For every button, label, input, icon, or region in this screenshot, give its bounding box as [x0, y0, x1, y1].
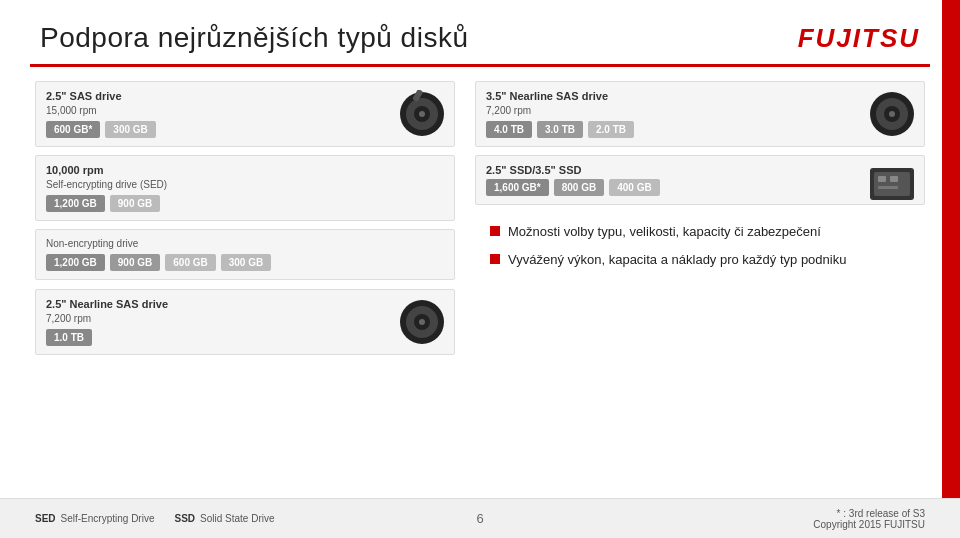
lower-right	[475, 289, 925, 363]
bullets-section: Možnosti volby typu, velikosti, kapacity…	[475, 213, 925, 289]
svg-rect-12	[890, 176, 898, 182]
ssd-icon	[868, 164, 916, 212]
bullet-icon-2	[490, 254, 500, 264]
nearline-25-subtitle: 7,200 rpm	[46, 313, 444, 324]
sed-10k-title: 10,000 rpm	[46, 164, 444, 176]
non-encrypting-subtitle: Non-encrypting drive	[46, 238, 444, 249]
nearline-35-title: 3.5" Nearline SAS drive	[486, 90, 914, 102]
footnote: * : 3rd release of S3	[813, 508, 925, 519]
right-panel: 3.5" Nearline SAS drive 7,200 rpm 4.0 TB…	[475, 81, 925, 289]
sas-25-section: 2.5" SAS drive 15,000 rpm 600 GB* 300 GB	[35, 81, 455, 147]
copyright: Copyright 2015 FUJITSU	[813, 519, 925, 530]
ssd-section: 2.5" SSD/3.5" SSD 1,600 GB* 800 GB 400 G…	[475, 155, 925, 205]
right-accent-bar	[942, 0, 960, 538]
main-content: 2.5" SAS drive 15,000 rpm 600 GB* 300 GB	[0, 67, 960, 289]
sed-section: 10,000 rpm Self-encrypting drive (SED) 1…	[35, 155, 455, 221]
svg-point-3	[419, 111, 425, 117]
bullet-text-1: Možnosti volby typu, velikosti, kapacity…	[508, 223, 821, 241]
bullet-text-2: Vyvážený výkon, kapacita a náklady pro k…	[508, 251, 846, 269]
cap-badge: 400 GB	[609, 179, 659, 196]
hdd-icon-3	[398, 298, 446, 346]
bottom-bar: SED Self-Encrypting Drive SSD Solid Stat…	[0, 498, 960, 538]
cap-badge: 2.0 TB	[588, 121, 634, 138]
abbr-sed-key: SED	[35, 513, 56, 524]
left-panel: 2.5" SAS drive 15,000 rpm 600 GB* 300 GB	[35, 81, 455, 289]
abbr-ssd: SSD Solid State Drive	[174, 513, 274, 524]
ssd-title: 2.5" SSD/3.5" SSD	[486, 164, 914, 176]
cap-badge: 900 GB	[110, 195, 160, 212]
page-title: Podpora nejrůznějších typů disků	[40, 22, 468, 54]
header: Podpora nejrůznějších typů disků FUJITSU	[0, 0, 960, 64]
cap-badge: 300 GB	[221, 254, 271, 271]
svg-rect-10	[874, 172, 910, 196]
cap-badge: 800 GB	[554, 179, 604, 196]
cap-badge: 1,200 GB	[46, 254, 105, 271]
abbr-ssd-value: Solid State Drive	[200, 513, 274, 524]
fujitsu-logo: FUJITSU	[798, 23, 920, 54]
abbr-sed-value: Self-Encrypting Drive	[61, 513, 155, 524]
lower-area: 2.5" Nearline SAS drive 7,200 rpm 1.0 TB	[0, 289, 960, 363]
page-number: 6	[476, 511, 483, 526]
bullet-item-1: Možnosti volby typu, velikosti, kapacity…	[490, 223, 910, 241]
nearline-25-section: 2.5" Nearline SAS drive 7,200 rpm 1.0 TB	[35, 289, 455, 355]
sas-25-capacities: 600 GB* 300 GB	[46, 121, 444, 138]
lower-left: 2.5" Nearline SAS drive 7,200 rpm 1.0 TB	[35, 289, 455, 363]
cap-badge: 1,600 GB*	[486, 179, 549, 196]
non-encrypting-section: Non-encrypting drive 1,200 GB 900 GB 600…	[35, 229, 455, 280]
svg-rect-11	[878, 176, 886, 182]
cap-badge: 3.0 TB	[537, 121, 583, 138]
slide: Podpora nejrůznějších typů disků FUJITSU…	[0, 0, 960, 538]
cap-badge: 300 GB	[105, 121, 155, 138]
sas-25-subtitle: 15,000 rpm	[46, 105, 444, 116]
nearline-35-subtitle: 7,200 rpm	[486, 105, 914, 116]
sed-capacities: 1,200 GB 900 GB	[46, 195, 444, 212]
cap-badge: 900 GB	[110, 254, 160, 271]
cap-badge: 600 GB*	[46, 121, 100, 138]
abbr-sed: SED Self-Encrypting Drive	[35, 513, 154, 524]
ssd-capacities: 1,600 GB* 800 GB 400 GB	[486, 179, 914, 196]
hdd-icon-1	[398, 90, 446, 138]
abbr-ssd-key: SSD	[174, 513, 195, 524]
bottom-right-info: * : 3rd release of S3 Copyright 2015 FUJ…	[813, 508, 925, 530]
nearline-35-capacities: 4.0 TB 3.0 TB 2.0 TB	[486, 121, 914, 138]
sed-subtitle: Self-encrypting drive (SED)	[46, 179, 444, 190]
bullet-icon-1	[490, 226, 500, 236]
bullet-item-2: Vyvážený výkon, kapacita a náklady pro k…	[490, 251, 910, 269]
hdd-icon-2	[868, 90, 916, 138]
cap-badge: 1.0 TB	[46, 329, 92, 346]
svg-point-8	[889, 111, 895, 117]
cap-badge: 600 GB	[165, 254, 215, 271]
svg-point-17	[419, 319, 425, 325]
sas-25-title: 2.5" SAS drive	[46, 90, 444, 102]
nearline-25-capacities: 1.0 TB	[46, 329, 444, 346]
bottom-left: SED Self-Encrypting Drive SSD Solid Stat…	[35, 513, 275, 524]
nearline-25-title: 2.5" Nearline SAS drive	[46, 298, 444, 310]
nearline-35-section: 3.5" Nearline SAS drive 7,200 rpm 4.0 TB…	[475, 81, 925, 147]
non-encrypting-capacities: 1,200 GB 900 GB 600 GB 300 GB	[46, 254, 444, 271]
svg-rect-13	[878, 186, 898, 189]
cap-badge: 1,200 GB	[46, 195, 105, 212]
cap-badge: 4.0 TB	[486, 121, 532, 138]
